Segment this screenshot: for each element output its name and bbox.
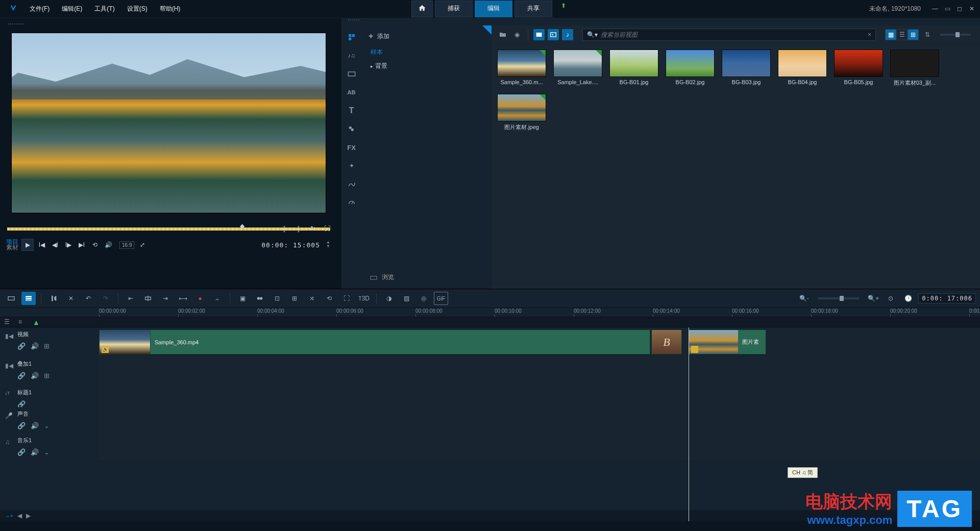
thumbnail-item[interactable]: Sample_Lake.... <box>553 49 602 87</box>
link-icon[interactable]: 🔗 <box>17 448 26 456</box>
restore-button[interactable]: ▭ <box>943 5 951 13</box>
maximize-button[interactable]: ◻ <box>955 5 964 13</box>
mixer-icon[interactable]: ✕ <box>64 292 78 305</box>
timeline-timecode[interactable]: 0:00: 17:006 <box>918 293 976 304</box>
track-content[interactable] <box>99 386 980 407</box>
speed-icon[interactable] <box>346 197 357 208</box>
play-button[interactable]: ▶ <box>21 239 34 251</box>
tab-capture[interactable]: 捕获 <box>435 1 473 17</box>
aspect-dropdown-icon[interactable]: ⤢ <box>137 240 148 250</box>
group-icon[interactable] <box>253 292 267 305</box>
track-content[interactable]: CH ♫ 简 <box>99 434 980 460</box>
thumb-zoom-slider[interactable] <box>940 34 971 36</box>
mask-icon[interactable]: ◑ <box>382 292 396 305</box>
link-icon[interactable]: 🔗 <box>17 372 26 380</box>
menu-tools[interactable]: 工具(T) <box>89 3 119 15</box>
video-fx-icon[interactable] <box>346 68 357 80</box>
menu-file[interactable]: 文件(F) <box>24 3 55 15</box>
media-icon[interactable] <box>346 32 357 43</box>
tab-share[interactable]: 共享 <box>514 1 552 17</box>
project-clip-toggle[interactable]: 项目 素材 <box>6 239 18 250</box>
search-box[interactable]: 🔍▾ × <box>582 29 876 41</box>
thumbnail-item[interactable]: BG-B05.jpg <box>834 49 883 87</box>
transition-icon[interactable]: AB <box>346 87 357 98</box>
zoom-in-icon[interactable]: 🔍+ <box>866 292 880 305</box>
add-track-icon[interactable]: ↔+ <box>5 513 13 519</box>
view-large-icon[interactable]: ▦ <box>885 29 896 40</box>
thumbnail-item[interactable]: Sample_360.m... <box>497 49 546 87</box>
import-folder-icon[interactable] <box>497 29 508 40</box>
thumbnail-item[interactable]: 图片素材.jpeg <box>497 94 546 131</box>
loop-button[interactable]: ⟲ <box>90 240 100 250</box>
add-media-button[interactable]: +添加 <box>361 28 492 45</box>
thumbnail-item[interactable]: BG-B03.jpg <box>722 49 771 87</box>
timeline-zoom-slider[interactable] <box>818 297 859 299</box>
overlay-icon[interactable] <box>346 123 357 135</box>
track-menu-icon[interactable]: ☰ <box>4 318 12 326</box>
trim-start-icon[interactable]: ⇤ <box>124 292 138 305</box>
thumbnail-item[interactable]: BG-B01.jpg <box>609 49 658 87</box>
prev-frame-button[interactable]: ◀I <box>50 240 60 250</box>
mute-icon[interactable]: 🔊 <box>31 342 39 350</box>
next-frame-button[interactable]: I▶ <box>63 240 74 250</box>
marker-icon[interactable]: ● <box>193 292 207 305</box>
snap-icon[interactable]: ⫠ <box>210 292 225 305</box>
pan-zoom-icon[interactable]: ⛶ <box>339 292 354 305</box>
fit-icon[interactable]: ⊙ <box>884 292 898 305</box>
scrub-marker-icon[interactable]: ◆ <box>240 222 244 230</box>
track-options-icon[interactable]: ≡ <box>18 318 27 326</box>
record-vo-icon[interactable] <box>46 292 61 305</box>
filter-video-icon[interactable] <box>533 29 545 40</box>
crop-icon[interactable]: ⊡ <box>270 292 284 305</box>
gif-icon[interactable]: GIF <box>434 292 448 305</box>
track-content[interactable] <box>99 357 980 385</box>
fx-icon[interactable]: FX <box>346 142 357 153</box>
timecode-down[interactable]: ▼ <box>326 245 331 249</box>
track-content[interactable]: 🔊 Sample_360.mp4 B 图片素 <box>99 327 980 357</box>
scroll-left-icon[interactable]: ◀ <box>17 512 22 519</box>
pin-flag-icon[interactable] <box>482 26 492 35</box>
tree-item-background[interactable]: ▸背景 <box>361 59 492 73</box>
timeline-view-icon[interactable] <box>21 292 36 305</box>
upload-icon[interactable]: ⬆ <box>558 1 569 11</box>
text-3d-icon[interactable]: T3D <box>357 292 371 305</box>
mute-icon[interactable]: 🔊 <box>31 372 39 380</box>
lock-icon[interactable]: ⊞ <box>44 372 50 380</box>
volume-button[interactable]: 🔊 <box>103 240 113 250</box>
link-icon[interactable]: 🔗 <box>17 342 26 350</box>
mark-out-icon[interactable]: ] <box>293 223 304 234</box>
filter-audio-icon[interactable]: ♪ <box>562 29 573 40</box>
undo-icon[interactable]: ↶ <box>81 292 95 305</box>
expand-icon[interactable]: ⛶ <box>322 223 332 234</box>
motion-track-icon[interactable]: ◎ <box>416 292 431 305</box>
clip-transition[interactable]: B <box>651 330 682 355</box>
tab-home[interactable] <box>411 1 433 17</box>
filter-photo-icon[interactable] <box>548 29 559 40</box>
goto-start-button[interactable]: I◀ <box>37 240 47 250</box>
split-icon[interactable] <box>141 292 155 305</box>
menu-settings[interactable]: 设置(S) <box>122 3 153 15</box>
tab-edit[interactable]: 编辑 <box>475 1 512 17</box>
mute-icon[interactable]: 🔊 <box>31 448 39 456</box>
mute-icon[interactable]: 🔊 <box>31 422 39 429</box>
scroll-right-icon[interactable]: ▶ <box>26 512 31 519</box>
view-grid-icon[interactable]: ⊞ <box>908 29 919 40</box>
playhead-line[interactable] <box>689 327 689 521</box>
clip-image-1[interactable]: 图片素 <box>689 330 766 355</box>
playhead-icon[interactable]: ▲ <box>33 318 41 326</box>
tree-item-sample[interactable]: 样本 <box>361 45 492 59</box>
storyboard-view-icon[interactable] <box>4 292 18 305</box>
panel-grip[interactable] <box>4 22 333 30</box>
grid-icon[interactable]: ⊞ <box>287 292 302 305</box>
multi-trim-icon[interactable]: ▣ <box>235 292 250 305</box>
link-icon[interactable]: 🔗 <box>17 422 26 429</box>
thumbnail-item[interactable]: BG-B04.jpg <box>778 49 827 87</box>
clip-video-1[interactable]: 🔊 Sample_360.mp4 <box>99 330 650 355</box>
search-input[interactable] <box>601 31 865 38</box>
redo-icon[interactable]: ↷ <box>99 292 113 305</box>
preview-scrubber[interactable]: ◆ [ ] ↻ ⛶ <box>5 224 332 234</box>
view-list-icon[interactable]: ☰ <box>896 29 908 40</box>
clock-icon[interactable]: 🕑 <box>901 292 915 305</box>
search-clear-icon[interactable]: × <box>868 31 871 38</box>
minimize-button[interactable]: — <box>931 5 939 13</box>
